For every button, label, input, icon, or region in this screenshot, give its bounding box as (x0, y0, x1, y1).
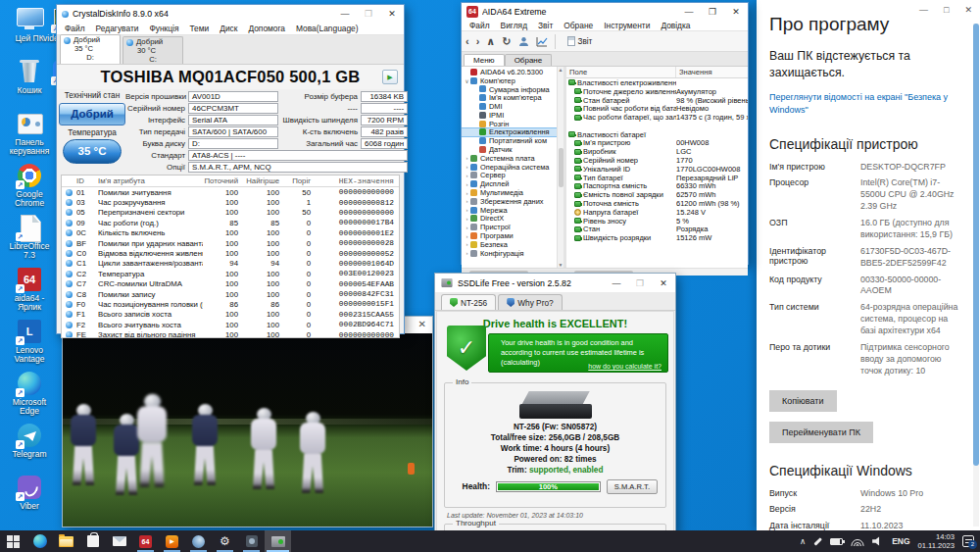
taskbar-app-start[interactable] (0, 530, 26, 552)
close-icon[interactable]: ✕ (652, 274, 675, 292)
menu-item[interactable]: Файл (60, 24, 90, 33)
detail-row[interactable]: Рівень зносу5 % (566, 217, 748, 226)
taskbar-app-settings[interactable]: ⚙ (212, 530, 238, 552)
tree-expander-icon[interactable]: › (464, 164, 470, 170)
tree-item[interactable]: ›Безпека (462, 240, 564, 249)
menu-item[interactable]: Функція (144, 24, 183, 33)
smart-button[interactable]: S.M.A.R.T. (607, 479, 658, 494)
detail-row[interactable]: Напруга батареї15.248 V (566, 208, 748, 217)
menu-item[interactable]: Мова(Language) (291, 24, 364, 33)
tree-expander-icon[interactable]: › (464, 250, 470, 256)
back-icon[interactable]: ‹ (466, 36, 469, 47)
pane-tab-Обране[interactable]: Обране (505, 54, 553, 66)
menu-item[interactable]: Редагувати (91, 24, 144, 33)
desktop-icon-telegram[interactable]: ↗Telegram (4, 422, 55, 459)
desktop-icon-libreoffice[interactable]: ↗LibreOffice 7.3 (4, 214, 55, 261)
tree-expander-icon[interactable]: › (464, 173, 470, 178)
menu-item[interactable]: Теми (184, 24, 214, 33)
maximize-icon[interactable]: ❐ (357, 5, 380, 23)
taskbar-app-explorer[interactable] (53, 530, 79, 552)
desktop-icon-aida64-desktop[interactable]: 64↗aida64 - Ярлик (4, 266, 55, 313)
menu-item[interactable]: Допомога (243, 24, 290, 33)
battery-icon[interactable] (830, 538, 843, 545)
cdi-titlebar[interactable]: CrystalDiskInfo 8.9.0 x64 — ❐ ✕ (57, 5, 404, 23)
drive-tab-D[interactable]: Добрий35 °CD: (60, 34, 121, 64)
aida-titlebar[interactable]: 64 AIDA64 Extreme — ❐ ✕ (462, 3, 748, 20)
notification-center-icon[interactable]: 2 (962, 535, 974, 547)
taskbar-app-store[interactable] (79, 530, 106, 552)
tree-item[interactable]: ›Сервер (462, 172, 564, 180)
health-status-button[interactable]: Добрий (59, 103, 125, 125)
detail-row[interactable]: Час роботи батареї, що залиш...14375 с (… (566, 113, 748, 122)
close-icon[interactable]: ✕ (380, 5, 404, 23)
tree-expander-icon[interactable]: ∨ (464, 77, 470, 84)
detail-row[interactable]: Унікальний ID1770LGC00HW008 (566, 165, 748, 174)
tree-item[interactable]: ›Пристрої (462, 223, 564, 231)
taskbar-app-ssdlife[interactable] (265, 530, 291, 552)
minimize-icon[interactable]: — (333, 5, 357, 23)
desktop-icon-control-panel[interactable]: Панель керування (4, 110, 55, 157)
taskbar-app-photos[interactable] (185, 530, 212, 552)
detail-row[interactable]: Поточна ємність61200 mWh (98 %) (566, 199, 748, 208)
tree-item[interactable]: ›Збереження даних (462, 197, 564, 206)
tree-scrollbar[interactable]: ▲▼ (557, 67, 564, 268)
maximize-icon[interactable]: ❐ (628, 274, 652, 292)
close-icon[interactable]: ✕ (964, 5, 972, 15)
tree-item[interactable]: DMI (462, 102, 564, 111)
tree-item[interactable]: Ім'я комп'ютера (462, 93, 564, 102)
detail-row[interactable]: Тип батареїПерезарядний LiP (566, 174, 748, 182)
drive-tab-C[interactable]: Добрий30 °CC: (122, 36, 183, 64)
detail-group-row[interactable]: Властивості електроживлення (566, 78, 748, 87)
report-button[interactable]: Звіт (563, 34, 598, 48)
tree-expander-icon[interactable]: › (464, 190, 470, 196)
taskbar-app-aida[interactable]: 64 (132, 530, 159, 552)
tree-item[interactable]: ›Мультимедіа (462, 188, 564, 197)
smart-attribute-table[interactable]: IDІм'я атрибутаПоточнийНайгіршеПорігHEX-… (61, 175, 400, 338)
tree-item[interactable]: Портативний ком (462, 136, 564, 145)
column-header[interactable]: Ім'я атрибута (98, 176, 203, 185)
maximize-icon[interactable]: ❐ (701, 3, 724, 20)
tree-expander-icon[interactable]: › (464, 181, 470, 187)
close-icon[interactable]: ✕ (418, 319, 426, 329)
desktop-icon-chrome[interactable]: ↗Google Chrome (4, 162, 55, 209)
tree-item[interactable]: ›Дисплей (462, 179, 564, 188)
aida-detail-pane[interactable]: Поле Значення Властивості електроживленн… (566, 67, 748, 268)
tab-drive[interactable]: NT-256 (441, 294, 496, 310)
tree-expander-icon[interactable]: › (464, 155, 470, 161)
menu-item[interactable]: Звіт (533, 21, 558, 30)
menu-item[interactable]: Інструменти (599, 21, 655, 30)
detail-row[interactable]: Поточне джерело живленняАкумулятор (566, 87, 748, 96)
up-icon[interactable]: ∧ (486, 36, 495, 47)
tree-item[interactable]: ›DirectX (462, 215, 564, 224)
desktop-icon-viber[interactable]: ↗Viber (4, 474, 55, 511)
tray-chevron-icon[interactable]: ∧ (800, 536, 806, 546)
tree-item[interactable]: ›Конфігурація (462, 249, 564, 258)
menu-item[interactable]: Довідка (656, 21, 695, 30)
detail-row[interactable]: Повний час роботи від батареїНевідомо (566, 104, 748, 113)
security-link[interactable]: Переглянути відомості на екрані "Безпека… (769, 92, 948, 115)
tree-expander-icon[interactable]: › (464, 233, 470, 239)
tree-item[interactable]: Сумарна інформа (462, 85, 564, 94)
taskbar-app-player[interactable]: ▶ (159, 530, 185, 552)
user-icon[interactable] (518, 36, 529, 47)
maximize-icon[interactable]: □ (944, 5, 949, 15)
ssdlife-titlebar[interactable]: SSDLife Free - version 2.5.82 — ❐ ✕ (435, 274, 675, 292)
detail-row[interactable]: Паспортна ємність66330 mWh (566, 182, 748, 191)
next-drive-button[interactable]: ▶ (382, 70, 398, 84)
taskbar-app-cdi[interactable] (238, 530, 265, 552)
how-calculate-link[interactable]: how do you calculate it? (588, 363, 662, 370)
column-header[interactable]: HEX-значення (317, 177, 399, 185)
detail-row[interactable]: Серійний номер1770 (566, 156, 748, 165)
column-header[interactable]: ID (76, 176, 98, 185)
tree-expander-icon[interactable]: › (464, 216, 470, 222)
tree-item[interactable]: AIDA64 v6.20.5300 (462, 68, 564, 76)
refresh-icon[interactable]: ↻ (502, 36, 511, 47)
detail-group-row[interactable]: Властивості батареї (566, 130, 748, 139)
settings-scrollbar[interactable] (973, 24, 979, 527)
desktop-icon-lenovo-vantage[interactable]: L↗Lenovo Vantage (4, 318, 55, 365)
minimize-icon[interactable]: — (677, 3, 701, 20)
menu-item[interactable]: Файл (465, 21, 495, 30)
tree-item[interactable]: ∨Комп'ютер (462, 76, 564, 85)
pane-tab-Меню[interactable]: Меню (464, 54, 505, 66)
tab-why-pro[interactable]: Why Pro? (498, 294, 562, 310)
